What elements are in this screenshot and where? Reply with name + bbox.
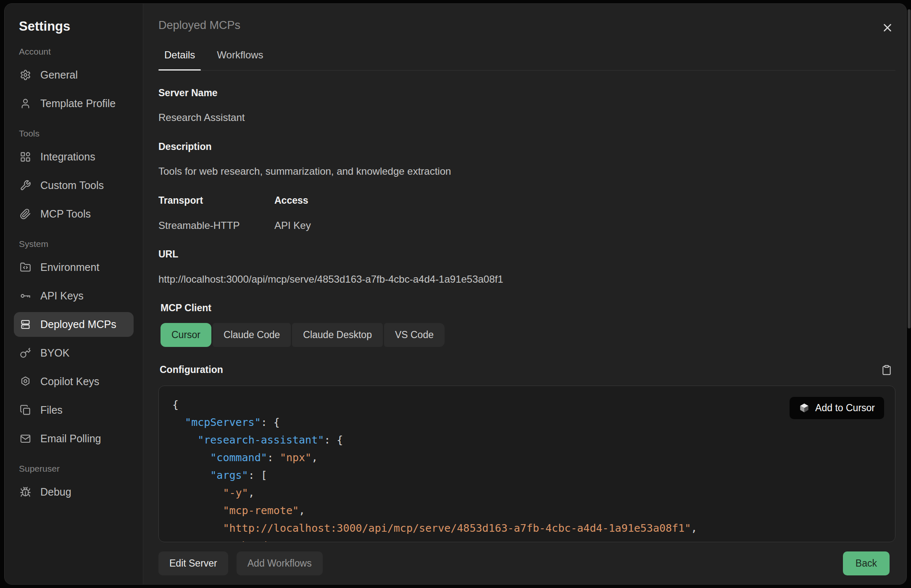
description-value: Tools for web research, summarization, a… (158, 165, 895, 177)
paperclip-icon (20, 208, 31, 220)
sidebar-item-label: Debug (40, 486, 71, 498)
bug-icon (20, 486, 31, 498)
description-label: Description (158, 141, 895, 152)
server-name-label: Server Name (158, 87, 895, 98)
code-line: "mcpServers": { (172, 414, 882, 431)
sidebar-item-general[interactable]: General (14, 63, 134, 87)
code-line: "--header" (172, 537, 882, 542)
gear-icon (20, 69, 31, 81)
back-button[interactable]: Back (843, 551, 890, 575)
scrollbar-thumb[interactable] (908, 9, 911, 328)
sidebar-item-label: Integrations (40, 151, 95, 163)
transport-label: Transport (158, 195, 274, 206)
access-col: Access API Key (274, 195, 895, 249)
mcp-client-label: MCP Client (161, 302, 895, 313)
mcp-client-option-vs-code[interactable]: VS Code (384, 323, 445, 347)
sidebar-item-label: Template Profile (40, 97, 116, 110)
sidebar-item-integrations[interactable]: Integrations (14, 144, 134, 169)
sidebar-item-label: Copilot Keys (40, 375, 99, 388)
mail-icon (20, 433, 31, 444)
code-lines: { "mcpServers": { "research-assistant": … (172, 396, 882, 542)
transport-col: Transport Streamable-HTTP (158, 195, 274, 249)
folder-code-icon (20, 262, 31, 273)
server-icon (20, 319, 31, 330)
sidebar: Settings AccountGeneralTemplate ProfileT… (5, 4, 143, 584)
sidebar-item-label: Custom Tools (40, 179, 104, 192)
deployed-mcps-panel: Deployed MCPs DetailsWorkflows Server Na… (143, 4, 906, 584)
code-line: "research-assistant": { (172, 431, 882, 449)
add-workflows-button[interactable]: Add Workflows (237, 551, 323, 575)
sidebar-item-label: Email Polling (40, 433, 101, 445)
key-icon (20, 290, 31, 302)
mcp-client-section: MCP Client CursorClaude CodeClaude Deskt… (161, 302, 895, 363)
settings-title: Settings (19, 19, 134, 34)
user-icon (20, 98, 31, 109)
sidebar-section-label-account: Account (19, 47, 129, 57)
sidebar-section-label-tools: Tools (19, 129, 129, 139)
copy-config-button[interactable] (880, 364, 893, 376)
access-label: Access (274, 195, 895, 206)
settings-modal: Settings AccountGeneralTemplate ProfileT… (4, 3, 907, 585)
sidebar-item-label: BYOK (40, 347, 69, 359)
sidebar-section-label-system: System (19, 239, 129, 249)
transport-access-row: Transport Streamable-HTTP Access API Key (158, 195, 895, 249)
url-label: URL (158, 249, 895, 260)
configuration-code-block[interactable]: { "mcpServers": { "research-assistant": … (158, 386, 895, 542)
sidebar-sections: AccountGeneralTemplate ProfileToolsInteg… (14, 47, 134, 504)
code-line: "-y", (172, 484, 882, 502)
close-button[interactable] (879, 20, 895, 36)
sidebar-item-api-keys[interactable]: API Keys (14, 284, 134, 308)
code-line: "command": "npx", (172, 449, 882, 467)
add-to-cursor-label: Add to Cursor (815, 402, 875, 414)
page-title: Deployed MCPs (158, 19, 240, 32)
copy-icon (20, 404, 31, 416)
nut-icon (20, 376, 31, 387)
sidebar-item-label: General (40, 69, 78, 81)
close-icon (881, 21, 894, 34)
panel-footer: Edit Server Add Workflows Back (158, 542, 895, 584)
sidebar-section-label-superuser: Superuser (19, 464, 129, 474)
mcp-client-option-claude-code[interactable]: Claude Code (213, 323, 291, 347)
code-line: { (172, 396, 882, 414)
wrench-icon (20, 180, 31, 191)
mcp-client-options: CursorClaude CodeClaude DesktopVS Code (161, 323, 895, 347)
sidebar-item-byok[interactable]: BYOK (14, 341, 134, 365)
sidebar-item-copilot-keys[interactable]: Copilot Keys (14, 369, 134, 394)
sidebar-item-label: MCP Tools (40, 208, 91, 220)
edit-server-button[interactable]: Edit Server (158, 551, 228, 575)
sidebar-item-label: Environment (40, 261, 99, 273)
tab-workflows[interactable]: Workflows (211, 49, 269, 70)
sidebar-item-deployed-mcps[interactable]: Deployed MCPs (14, 312, 134, 337)
sidebar-item-files[interactable]: Files (14, 398, 134, 423)
code-line: "mcp-remote", (172, 502, 882, 520)
access-value: API Key (274, 220, 895, 231)
sidebar-item-email-polling[interactable]: Email Polling (14, 426, 134, 451)
code-line: "args": [ (172, 467, 882, 484)
configuration-label: Configuration (160, 364, 223, 375)
tab-details[interactable]: Details (158, 49, 201, 70)
cursor-logo-icon (799, 402, 810, 413)
sidebar-item-environment[interactable]: Environment (14, 255, 134, 280)
key-round-icon (20, 347, 31, 359)
sidebar-item-debug[interactable]: Debug (14, 480, 134, 504)
sidebar-item-label: Deployed MCPs (40, 318, 116, 331)
sidebar-item-template-profile[interactable]: Template Profile (14, 91, 134, 116)
mcp-client-option-claude-desktop[interactable]: Claude Desktop (292, 323, 383, 347)
tabs: DetailsWorkflows (158, 49, 895, 71)
configuration-header: Configuration (160, 364, 895, 376)
details-content: Server Name Research Assistant Descripti… (158, 71, 895, 542)
sidebar-item-label: Files (40, 404, 63, 416)
mcp-client-option-cursor[interactable]: Cursor (161, 323, 211, 347)
url-value: http://localhost:3000/api/mcp/serve/4853… (158, 273, 895, 285)
transport-value: Streamable-HTTP (158, 220, 274, 231)
clipboard-icon (881, 365, 892, 375)
sidebar-item-mcp-tools[interactable]: MCP Tools (14, 202, 134, 226)
screen: { "colors": { "accent_green": "#5cb87f",… (0, 0, 911, 588)
sidebar-item-custom-tools[interactable]: Custom Tools (14, 173, 134, 198)
add-to-cursor-button[interactable]: Add to Cursor (790, 397, 884, 419)
shapes-grid-icon (20, 151, 31, 163)
code-line: "http://localhost:3000/api/mcp/serve/485… (172, 520, 882, 537)
server-name-value: Research Assistant (158, 112, 895, 123)
panel-header: Deployed MCPs (158, 4, 895, 36)
sidebar-item-label: API Keys (40, 290, 84, 302)
